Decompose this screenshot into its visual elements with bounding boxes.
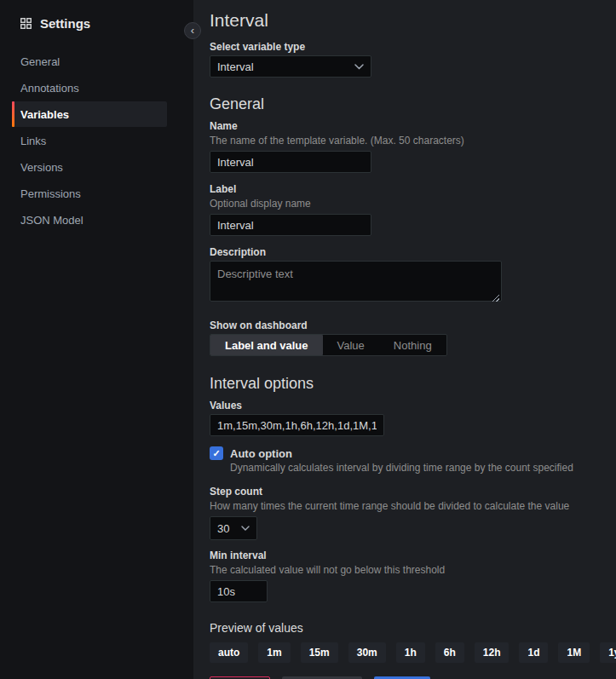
sidebar-nav-item[interactable]: JSON Model (12, 207, 167, 233)
show-on-dashboard-option[interactable]: Label and value (210, 335, 323, 355)
sidebar-nav-item[interactable]: General (12, 49, 167, 74)
values-input[interactable] (210, 414, 384, 436)
preview-value-chip: 30m (348, 642, 386, 663)
name-input[interactable] (210, 151, 371, 173)
preview-values-list: auto1m15m30m1h6h12h1d1M1y1s1ms (210, 642, 616, 663)
settings-sidebar: Settings General Annotations Variables L… (0, 0, 193, 679)
min-interval-label: Min interval (210, 550, 616, 561)
sidebar-nav-item-label: General (20, 55, 60, 68)
auto-option-description: Dynamically calculates interval by divid… (230, 462, 616, 474)
preview-value-chip: 1d (519, 642, 548, 663)
preview-value-chip: 1h (396, 642, 425, 663)
sidebar-nav-item-label: Variables (20, 108, 69, 121)
step-count-value: 30 (217, 522, 229, 535)
interval-options-heading: Interval options (210, 375, 616, 393)
preview-value-chip: 1m (258, 642, 290, 663)
variable-editor-panel: Interval Select variable type Interval G… (193, 0, 616, 679)
chevron-down-icon (354, 64, 364, 70)
sidebar-nav-item[interactable]: Permissions (12, 181, 167, 206)
preview-value-chip: 15m (301, 642, 338, 663)
sidebar-header: Settings (0, 11, 193, 35)
auto-option-checkbox[interactable]: ✓ (210, 446, 223, 460)
preview-value-chip: 1y (600, 642, 616, 663)
preview-value-chip: 6h (435, 642, 464, 663)
name-description: The name of the template variable. (Max.… (210, 135, 616, 147)
label-input[interactable] (210, 214, 371, 236)
variable-type-value: Interval (217, 60, 254, 73)
variable-type-label: Select variable type (210, 41, 616, 53)
min-interval-input[interactable] (210, 580, 268, 602)
preview-of-values-heading: Preview of values (210, 621, 616, 635)
chevron-down-icon (241, 526, 250, 531)
show-on-dashboard-option[interactable]: Value (323, 335, 379, 355)
description-label: Description (210, 246, 616, 258)
show-on-dashboard-label: Show on dashboard (210, 319, 616, 331)
sidebar-nav-item-label: Annotations (20, 82, 79, 95)
sidebar-nav-item-label: Permissions (20, 187, 81, 200)
sidebar-nav-item[interactable]: Variables (12, 101, 167, 127)
label-description: Optional display name (210, 198, 616, 210)
values-label: Values (210, 400, 616, 411)
label-label: Label (210, 183, 616, 195)
preview-value-chip: auto (210, 642, 248, 663)
sidebar-nav-item[interactable]: Links (12, 128, 167, 153)
sidebar-nav-item-label: Links (20, 135, 46, 147)
step-count-label: Step count (210, 486, 616, 498)
show-on-dashboard-radio-group: Label and valueValueNothing (210, 334, 447, 356)
show-on-dashboard-option[interactable]: Nothing (379, 335, 446, 355)
auto-option-label: Auto option (230, 447, 292, 460)
sidebar-nav-item[interactable]: Annotations (12, 75, 167, 101)
settings-nav: General Annotations Variables Links Vers… (0, 49, 193, 233)
sidebar-nav-item[interactable]: Versions (12, 154, 167, 180)
collapse-sidebar-button[interactable]: ‹ (184, 22, 201, 39)
variable-type-select[interactable]: Interval (210, 55, 371, 78)
min-interval-description: The calculated value will not go below t… (210, 564, 616, 576)
apps-grid-icon (20, 18, 32, 29)
page-title: Interval (210, 10, 616, 31)
sidebar-title: Settings (40, 16, 90, 31)
step-count-select[interactable]: 30 (210, 516, 257, 540)
sidebar-nav-item-label: Versions (20, 161, 63, 174)
step-count-description: How many times the current time range sh… (210, 500, 616, 512)
name-label: Name (210, 120, 616, 132)
preview-value-chip: 1M (558, 642, 590, 663)
checkmark-icon: ✓ (212, 448, 220, 459)
preview-value-chip: 12h (475, 642, 509, 663)
description-textarea[interactable] (210, 261, 502, 302)
chevron-left-icon: ‹ (191, 25, 194, 36)
general-section-heading: General (210, 95, 616, 113)
sidebar-nav-item-label: JSON Model (20, 214, 83, 227)
